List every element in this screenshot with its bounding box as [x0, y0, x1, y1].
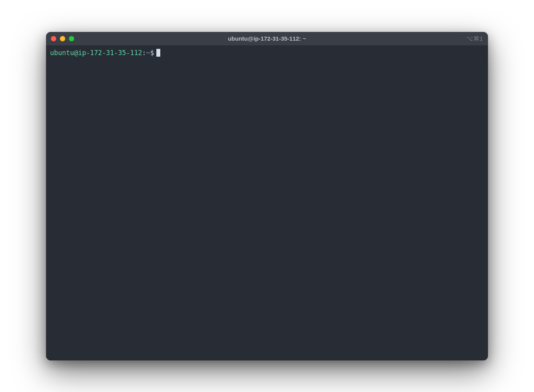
terminal-window: ubuntu@ip-172-31-35-112: ~ ⌥⌘1 ubuntu@ip…: [46, 32, 488, 360]
traffic-lights: [51, 36, 74, 41]
prompt-cwd: ~: [146, 48, 150, 57]
terminal-body[interactable]: ubuntu@ip-172-31-35-112:~$: [46, 45, 488, 360]
prompt-separator: :: [142, 48, 146, 57]
titlebar[interactable]: ubuntu@ip-172-31-35-112: ~ ⌥⌘1: [46, 32, 488, 45]
prompt-dollar: $: [150, 48, 154, 57]
prompt-user-host: ubuntu@ip-172-31-35-112: [50, 48, 142, 57]
close-icon[interactable]: [51, 36, 56, 41]
tab-shortcut-indicator: ⌥⌘1: [466, 35, 483, 42]
maximize-icon[interactable]: [69, 36, 74, 41]
minimize-icon[interactable]: [60, 36, 65, 41]
cursor-icon: [156, 49, 160, 57]
window-title: ubuntu@ip-172-31-35-112: ~: [46, 35, 488, 42]
prompt-line: ubuntu@ip-172-31-35-112:~$: [50, 48, 484, 57]
